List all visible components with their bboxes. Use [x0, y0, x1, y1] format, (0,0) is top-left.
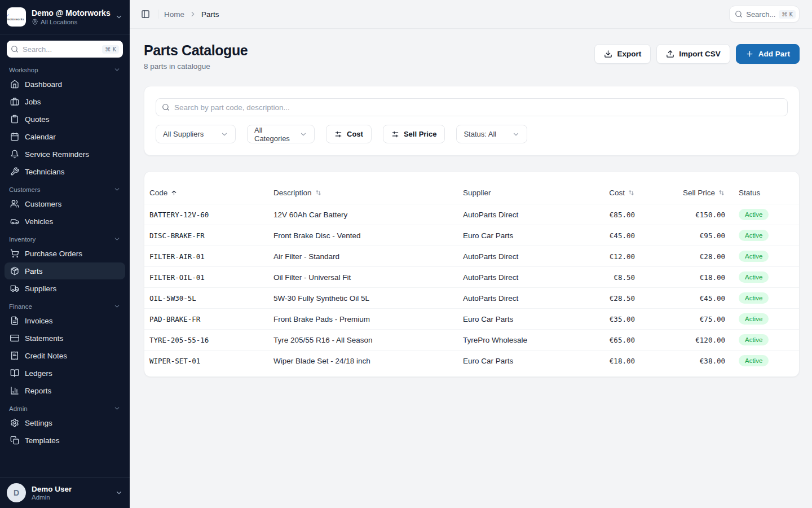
column-header-supplier: Supplier — [458, 183, 584, 204]
user-menu[interactable]: D Demo User Admin — [0, 477, 130, 508]
page-title: Parts Catalogue — [144, 42, 248, 59]
credit-card-icon — [10, 334, 19, 343]
table-row[interactable]: FILTER-AIR-01Air Filter - StandardAutoPa… — [144, 246, 799, 267]
import-csv-button[interactable]: Import CSV — [656, 44, 730, 64]
parts-search[interactable] — [156, 98, 788, 116]
cell-supplier: AutoParts Direct — [458, 246, 584, 267]
category-filter-select[interactable]: All Categories — [247, 125, 315, 143]
topbar-divider — [158, 10, 158, 19]
cell-sell-price: €38.00 — [639, 351, 730, 371]
sidebar-search[interactable]: ⌘ K — [7, 41, 123, 58]
section-label-customers[interactable]: Customers — [5, 181, 125, 195]
sidebar-item-quotes[interactable]: Quotes — [5, 111, 125, 128]
sidebar-item-label: Credit Notes — [25, 352, 67, 360]
parts-table-card: CodeDescriptionSupplierCostSell PriceSta… — [144, 171, 800, 377]
column-header-label: Supplier — [463, 189, 491, 197]
sidebar-item-service-reminders[interactable]: Service Reminders — [5, 146, 125, 163]
sidebar-item-ledgers[interactable]: Ledgers — [5, 365, 125, 382]
sidebar-item-parts[interactable]: Parts — [5, 262, 125, 279]
copy-icon — [10, 436, 19, 445]
section-label-inventory[interactable]: Inventory — [5, 230, 125, 244]
sidebar-item-customers[interactable]: Customers — [5, 195, 125, 212]
cell-description: Oil Filter - Universal Fit — [269, 267, 458, 288]
sell-price-filter-label: Sell Price — [404, 130, 437, 138]
status-filter-select[interactable]: Status: All — [456, 125, 527, 143]
sidebar-item-label: Vehicles — [25, 217, 53, 226]
section-label-finance[interactable]: Finance — [5, 297, 125, 312]
cost-filter-button[interactable]: Cost — [326, 125, 372, 143]
sidebar-item-invoices[interactable]: Invoices — [5, 312, 125, 329]
sidebar-item-vehicles[interactable]: Vehicles — [5, 213, 125, 230]
sidebar-item-technicians[interactable]: Technicians — [5, 163, 125, 180]
cell-description: Wiper Blade Set - 24/18 inch — [269, 351, 458, 371]
page-subtitle: 8 parts in catalogue — [144, 62, 248, 71]
column-header-sell-price[interactable]: Sell Price — [639, 183, 730, 204]
plus-icon — [745, 50, 754, 58]
table-row[interactable]: FILTER-OIL-01Oil Filter - Universal FitA… — [144, 267, 799, 288]
section-label-text: Customers — [9, 186, 41, 193]
add-part-button[interactable]: Add Part — [736, 44, 800, 64]
cell-code: FILTER-AIR-01 — [144, 246, 269, 267]
section-label-admin[interactable]: Admin — [5, 400, 125, 414]
arrow-up-down-icon — [628, 189, 635, 196]
cell-description: Front Brake Pads - Premium — [269, 309, 458, 330]
arrow-up-icon — [170, 189, 178, 196]
table-row[interactable]: TYRE-205-55-16Tyre 205/55 R16 - All Seas… — [144, 330, 799, 351]
main-area: Home Parts Search... ⌘ K Parts Catalogue… — [130, 0, 812, 508]
section-label-workshop[interactable]: Workshop — [5, 61, 125, 75]
cell-cost: €18.00 — [584, 351, 639, 371]
column-header-description[interactable]: Description — [269, 183, 458, 204]
search-icon — [162, 103, 170, 111]
user-role: Admin — [32, 494, 109, 501]
sidebar-item-reports[interactable]: Reports — [5, 382, 125, 399]
cell-cost: €65.00 — [584, 330, 639, 351]
breadcrumb-home[interactable]: Home — [164, 10, 184, 19]
sidebar-item-purchase-orders[interactable]: Purchase Orders — [5, 245, 125, 262]
parts-search-input[interactable] — [174, 103, 782, 112]
global-search[interactable]: Search... ⌘ K — [729, 6, 800, 23]
org-meta: Demo @ Motorworks All Locations — [32, 8, 109, 25]
upload-icon — [666, 50, 674, 58]
cell-sell-price: €120.00 — [639, 330, 730, 351]
org-name: Demo @ Motorworks — [32, 8, 109, 17]
table-row[interactable]: DISC-BRAKE-FRFront Brake Disc - VentedEu… — [144, 225, 799, 246]
breadcrumb: Home Parts — [164, 10, 219, 19]
supplier-filter-select[interactable]: All Suppliers — [156, 125, 236, 143]
table-row[interactable]: WIPER-SET-01Wiper Blade Set - 24/18 inch… — [144, 351, 799, 371]
column-header-cost[interactable]: Cost — [584, 183, 639, 204]
breadcrumb-current: Parts — [201, 10, 219, 19]
page-content: Parts Catalogue 8 parts in catalogue Exp… — [130, 29, 812, 508]
sell-price-filter-button[interactable]: Sell Price — [383, 125, 445, 143]
status-badge: Active — [739, 355, 769, 366]
avatar: D — [7, 483, 26, 502]
sidebar-item-settings[interactable]: Settings — [5, 414, 125, 431]
cell-supplier: Euro Car Parts — [458, 309, 584, 330]
column-header-code[interactable]: Code — [144, 183, 269, 204]
bar-chart-icon — [10, 386, 19, 395]
status-badge: Active — [739, 313, 769, 325]
sidebar-item-dashboard[interactable]: Dashboard — [5, 76, 125, 93]
cell-cost: €45.00 — [584, 225, 639, 246]
section-label-text: Inventory — [9, 236, 36, 243]
sidebar-item-label: Suppliers — [25, 284, 56, 293]
sidebar-item-suppliers[interactable]: Suppliers — [5, 280, 125, 297]
cell-supplier: AutoParts Direct — [458, 204, 584, 225]
sidebar-search-input[interactable] — [23, 45, 98, 54]
sidebar-toggle-button[interactable] — [139, 7, 152, 21]
sidebar-item-templates[interactable]: Templates — [5, 432, 125, 449]
search-icon — [735, 10, 743, 18]
sidebar-item-calendar[interactable]: Calendar — [5, 128, 125, 145]
table-row[interactable]: PAD-BRAKE-FRFront Brake Pads - PremiumEu… — [144, 309, 799, 330]
user-name: Demo User — [32, 485, 109, 493]
global-search-label: Search... — [746, 10, 775, 19]
briefcase-icon — [10, 97, 19, 106]
table-row[interactable]: BATTERY-12V-6012V 60Ah Car BatteryAutoPa… — [144, 204, 799, 225]
sidebar-item-credit-notes[interactable]: Credit Notes — [5, 347, 125, 364]
sidebar-item-jobs[interactable]: Jobs — [5, 93, 125, 110]
org-switcher[interactable]: ⟋ motorworks Demo @ Motorworks All Locat… — [0, 0, 130, 34]
table-row[interactable]: OIL-5W30-5L5W-30 Fully Synthetic Oil 5LA… — [144, 288, 799, 309]
chevron-down-icon — [113, 235, 121, 243]
export-button[interactable]: Export — [594, 44, 651, 64]
sidebar-item-statements[interactable]: Statements — [5, 330, 125, 347]
sidebar-item-label: Quotes — [25, 115, 50, 124]
